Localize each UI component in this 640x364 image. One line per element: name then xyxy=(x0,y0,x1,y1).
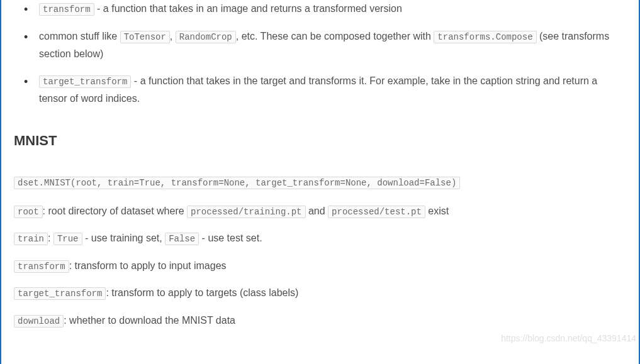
doc-container: transform - a function that takes in an … xyxy=(0,0,640,364)
param-text: : transform to apply to targets (class l… xyxy=(106,287,298,298)
param-text: - use test set. xyxy=(199,233,262,243)
code-inline: RandomCrop xyxy=(176,31,236,43)
bullet-text: - a function that takes in an image and … xyxy=(94,3,402,14)
bullet-text: , xyxy=(170,31,176,41)
param-text: and xyxy=(306,206,328,216)
list-item: target_transform - a function that takes… xyxy=(29,72,626,107)
param-text: : transform to apply to input images xyxy=(69,260,227,271)
param-text: : root directory of dataset where xyxy=(43,206,187,216)
code-inline: root xyxy=(14,206,43,218)
code-inline: train xyxy=(14,233,48,245)
signature-line: dset.MNIST(root, train=True, transform=N… xyxy=(14,174,626,190)
section-heading: MNIST xyxy=(14,130,626,152)
code-inline: transform xyxy=(14,260,69,273)
code-inline: download xyxy=(14,315,64,328)
code-inline: target_transform xyxy=(39,75,131,88)
param-download: download: whether to download the MNIST … xyxy=(14,312,626,329)
param-root: root: root directory of dataset where pr… xyxy=(14,203,626,219)
list-item: transform - a function that takes in an … xyxy=(29,0,626,18)
param-text: exist xyxy=(425,206,449,216)
code-inline: processed/test.pt xyxy=(328,206,425,218)
code-inline: target_transform xyxy=(14,287,106,300)
code-inline: processed/training.pt xyxy=(187,206,305,218)
code-inline: False xyxy=(165,233,199,245)
bullet-text: common stuff like xyxy=(39,31,120,41)
param-text: : whether to download the MNIST data xyxy=(64,315,235,326)
bullet-text: , etc. These can be composed together wi… xyxy=(236,31,434,41)
param-transform: transform: transform to apply to input i… xyxy=(14,258,626,274)
param-text: : xyxy=(48,233,53,243)
list-item: common stuff like ToTensor, RandomCrop, … xyxy=(29,28,626,62)
bullet-list: transform - a function that takes in an … xyxy=(14,0,626,107)
param-text: - use training set, xyxy=(82,233,166,243)
code-inline: transforms.Compose xyxy=(434,31,536,43)
code-inline: True xyxy=(53,233,82,245)
param-target-transform: target_transform: transform to apply to … xyxy=(14,285,626,301)
code-signature: dset.MNIST(root, train=True, transform=N… xyxy=(14,177,460,189)
param-train: train: True - use training set, False - … xyxy=(14,230,626,246)
code-inline: ToTensor xyxy=(120,31,170,43)
code-inline: transform xyxy=(39,3,94,16)
